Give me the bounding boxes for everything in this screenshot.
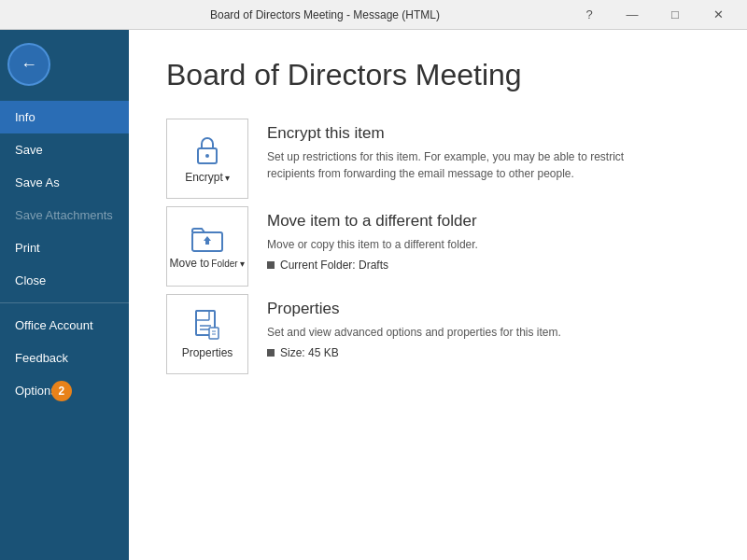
sidebar: ← Info Save Save As Save Attachments Pri… <box>0 30 129 560</box>
move-folder-desc: Move or copy this item to a different fo… <box>267 236 478 253</box>
properties-label: Properties <box>182 346 233 359</box>
move-folder-title: Move item to a different folder <box>267 212 478 231</box>
sidebar-item-close[interactable]: Close <box>0 264 129 297</box>
properties-title: Properties <box>267 300 561 318</box>
page-title: Board of Directors Meeting <box>166 58 710 92</box>
encrypt-title: Encrypt this item <box>267 124 669 143</box>
encrypt-button[interactable]: Encrypt ▾ <box>166 119 248 199</box>
title-bar-controls: ? — □ ✕ <box>568 0 740 30</box>
encrypt-desc: Set up restrictions for this item. For e… <box>267 148 669 182</box>
nav-divider <box>0 302 129 303</box>
sidebar-item-options[interactable]: Options 2 <box>0 374 129 407</box>
title-bar-text: Board of Directors Meeting - Message (HT… <box>82 8 568 21</box>
sidebar-item-print[interactable]: Print <box>0 231 129 264</box>
sidebar-item-save[interactable]: Save <box>0 133 129 166</box>
move-to-folder-card: Move to Folder ▾ Move item to a differen… <box>166 206 710 287</box>
properties-button[interactable]: Properties <box>166 294 248 374</box>
encrypt-label: Encrypt ▾ <box>185 171 230 184</box>
properties-meta: Size: 45 KB <box>267 346 561 359</box>
properties-icon <box>192 309 222 343</box>
minimize-button[interactable]: — <box>611 0 654 30</box>
back-arrow-icon: ← <box>21 55 37 75</box>
content-area: Board of Directors Meeting Encrypt ▾ Enc… <box>129 30 747 560</box>
help-button[interactable]: ? <box>568 0 611 30</box>
svg-rect-4 <box>196 311 209 320</box>
sidebar-item-save-as[interactable]: Save As <box>0 166 129 199</box>
sidebar-item-save-attachments: Save Attachments <box>0 199 129 231</box>
move-folder-meta: Current Folder: Drafts <box>267 259 478 272</box>
options-badge: 2 <box>51 381 72 401</box>
sidebar-item-feedback[interactable]: Feedback <box>0 342 129 374</box>
move-folder-content: Move item to a different folder Move or … <box>267 206 478 272</box>
close-button[interactable]: ✕ <box>697 0 740 30</box>
back-button[interactable]: ← <box>7 43 50 86</box>
sidebar-item-office-account[interactable]: Office Account <box>0 309 129 342</box>
lock-icon <box>192 133 222 167</box>
properties-desc: Set and view advanced options and proper… <box>267 324 561 341</box>
encrypt-content: Encrypt this item Set up restrictions fo… <box>267 119 669 182</box>
app-container: ← Info Save Save As Save Attachments Pri… <box>0 30 747 560</box>
svg-rect-7 <box>209 328 218 339</box>
properties-content: Properties Set and view advanced options… <box>267 294 561 359</box>
sidebar-item-info[interactable]: Info <box>0 101 129 133</box>
meta-square-icon-2 <box>267 349 275 357</box>
maximize-button[interactable]: □ <box>654 0 697 30</box>
move-to-folder-button[interactable]: Move to Folder ▾ <box>166 206 248 287</box>
title-bar: Board of Directors Meeting - Message (HT… <box>0 0 747 30</box>
move-folder-icon <box>190 223 224 253</box>
svg-point-1 <box>205 154 209 158</box>
properties-card: Properties Properties Set and view advan… <box>166 294 710 374</box>
move-folder-label: Move to Folder ▾ <box>170 257 246 270</box>
options-label: Options 2 <box>15 384 57 398</box>
encrypt-card: Encrypt ▾ Encrypt this item Set up restr… <box>166 119 710 199</box>
meta-square-icon <box>267 261 275 269</box>
